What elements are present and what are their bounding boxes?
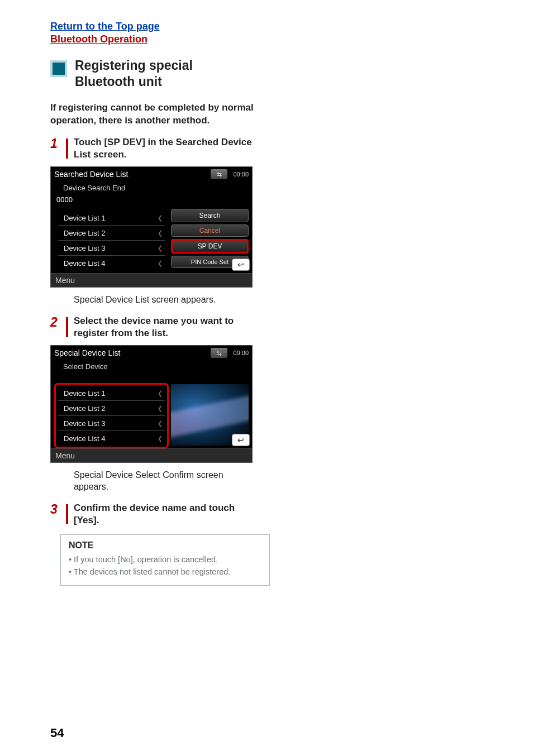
clock-label: 00:00 <box>230 350 252 356</box>
step-3: 3 Confirm the device name and touch [Yes… <box>50 502 263 527</box>
list-item[interactable]: Device List 3❮ <box>58 241 165 256</box>
chevron-right-icon: ❮ <box>158 435 163 442</box>
result-text: Special Device Select Confirm screen app… <box>74 470 253 493</box>
step-text: Select the device name you want to regis… <box>74 315 263 339</box>
menu-button[interactable]: Menu <box>51 273 252 287</box>
chevron-right-icon: ❮ <box>158 390 163 397</box>
chevron-right-icon: ❮ <box>158 214 163 222</box>
return-icon[interactable]: ↩ <box>232 434 250 446</box>
chevron-right-icon: ❮ <box>158 229 163 237</box>
device-list-highlight: Device List 1❮ Device List 2❮ Device Lis… <box>54 383 169 448</box>
screenshot-special-device-list: Special Device List ⇆ 00:00 Select Devic… <box>50 345 253 463</box>
status-label: Select Device <box>51 360 252 372</box>
cancel-button[interactable]: Cancel <box>171 224 249 237</box>
screenshot-searched-device-list: Searched Device List ⇆ 00:00 Device Sear… <box>50 166 253 288</box>
step-bar-icon <box>66 504 68 524</box>
chevron-right-icon: ❮ <box>158 420 163 427</box>
page-number: 54 <box>50 726 64 740</box>
list-item[interactable]: Device List 4❮ <box>58 256 165 270</box>
section-heading: Registering special Bluetooth unit <box>50 58 499 90</box>
section-title: Registering special Bluetooth unit <box>75 58 242 90</box>
back-arrow-icon[interactable]: ⇆ <box>211 169 227 179</box>
status-label: Device Search End <box>51 181 252 193</box>
screen-title: Searched Device List <box>51 170 211 179</box>
chevron-right-icon: ❮ <box>158 245 163 252</box>
chevron-right-icon: ❮ <box>158 405 163 412</box>
list-item[interactable]: Device List 2❮ <box>58 401 165 416</box>
search-button[interactable]: Search <box>171 209 249 222</box>
header-links: Return to the Top page Bluetooth Operati… <box>50 20 499 46</box>
chevron-right-icon: ❮ <box>158 260 163 267</box>
screen-title: Special Device List <box>51 348 211 357</box>
result-text: Special Device List screen appears. <box>74 294 253 306</box>
step-bar-icon <box>66 138 68 159</box>
clock-label: 00:00 <box>230 171 252 178</box>
return-icon[interactable]: ↩ <box>232 259 250 271</box>
menu-button[interactable]: Menu <box>51 448 252 462</box>
list-item[interactable]: Device List 2❮ <box>58 226 165 241</box>
note-line: If you touch [No], operation is cancelle… <box>69 554 261 566</box>
sp-dev-button[interactable]: SP DEV <box>171 239 249 253</box>
bluetooth-operation-link[interactable]: Bluetooth Operation <box>50 33 499 46</box>
step-bar-icon <box>66 317 68 337</box>
list-item[interactable]: Device List 3❮ <box>58 416 165 431</box>
note-box: NOTE If you touch [No], operation is can… <box>60 534 270 586</box>
step-2: 2 Select the device name you want to reg… <box>50 315 263 339</box>
step-text: Confirm the device name and touch [Yes]. <box>74 502 263 527</box>
list-item[interactable]: Device List 4❮ <box>58 431 165 446</box>
list-item[interactable]: Device List 1❮ <box>58 210 165 226</box>
list-item[interactable]: Device List 1❮ <box>58 386 165 401</box>
step-1: 1 Touch [SP DEV] in the Searched Device … <box>50 136 263 161</box>
step-number: 2 <box>50 315 65 339</box>
note-heading: NOTE <box>69 540 261 551</box>
step-number: 3 <box>50 502 65 527</box>
step-number: 1 <box>50 136 65 161</box>
back-arrow-icon[interactable]: ⇆ <box>211 348 227 358</box>
intro-text: If registering cannot be completed by no… <box>50 102 257 127</box>
pin-code-value: 0000 <box>56 195 73 204</box>
return-top-link[interactable]: Return to the Top page <box>50 20 499 33</box>
step-text: Touch [SP DEV] in the Searched Device Li… <box>74 136 263 161</box>
note-line: The devices not listed cannot be registe… <box>69 566 261 578</box>
section-marker-icon <box>50 60 67 77</box>
